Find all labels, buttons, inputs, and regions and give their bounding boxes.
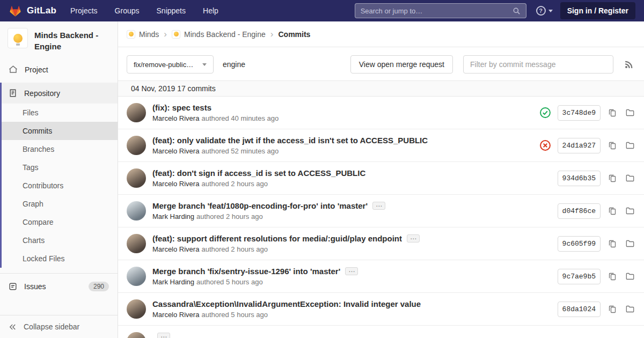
breadcrumb-project-link[interactable]: Minds Backend - Engine — [172, 30, 266, 39]
expand-commit-description-button[interactable] — [407, 234, 420, 243]
commit-sha[interactable]: 9c7ae9b5 — [558, 269, 601, 284]
author-avatar[interactable] — [127, 168, 146, 188]
author-avatar[interactable] — [127, 201, 146, 221]
copy-icon — [608, 207, 617, 215]
commit-sha[interactable]: 3c748de9 — [558, 105, 601, 121]
commit-author-link[interactable]: Mark Harding — [152, 212, 194, 221]
view-merge-request-button[interactable]: View open merge request — [350, 55, 453, 74]
commit-sha[interactable]: 9c605f99 — [558, 236, 601, 252]
commit-actions: 3c748de9 — [539, 105, 635, 121]
nav-groups[interactable]: Groups — [115, 6, 140, 15]
copy-sha-button[interactable] — [607, 205, 618, 216]
group-avatar — [127, 30, 135, 39]
author-avatar[interactable] — [127, 103, 146, 122]
browse-files-button[interactable] — [624, 205, 635, 216]
commit-title-link[interactable]: (fix): spec tests — [152, 103, 211, 112]
commit-title-link[interactable]: Merge branch 'feat/1080p-encoding-for-pr… — [152, 201, 368, 210]
project-avatar[interactable] — [8, 28, 28, 48]
top-navbar: GitLab Projects Groups Snippets Help Sig… — [0, 0, 644, 21]
pipeline-status-success-icon[interactable] — [539, 107, 551, 119]
commit-filter-input[interactable] — [463, 55, 613, 74]
pipeline-status-failed-icon[interactable] — [539, 139, 551, 151]
sidebar-section-issues: Issues 290 — [0, 273, 118, 297]
commit-sha[interactable]: 24d1a927 — [558, 138, 601, 153]
copy-sha-button[interactable] — [607, 271, 618, 282]
commit-title-link[interactable]: Cassandra\Exception\InvalidArgumentExcep… — [152, 299, 421, 308]
commit-title-link[interactable]: Merge branch 'fix/sentry-issue-1296' int… — [152, 267, 340, 276]
copy-icon — [608, 239, 617, 248]
copy-sha-button[interactable] — [607, 107, 618, 118]
commit-author-link[interactable]: Marcelo Rivera — [152, 245, 199, 253]
sidebar-item-branches[interactable]: Branches — [0, 140, 118, 158]
browse-files-button[interactable] — [624, 140, 635, 151]
gitlab-home-link[interactable]: GitLab — [9, 4, 56, 17]
nav-help[interactable]: Help — [203, 6, 218, 15]
copy-sha-button[interactable] — [607, 173, 618, 183]
lightbulb-icon — [13, 34, 23, 43]
commit-sha[interactable]: 934d6b35 — [558, 171, 601, 186]
folder-icon — [625, 239, 634, 248]
copy-sha-button[interactable] — [607, 304, 618, 314]
sidebar-item-project[interactable]: Project — [0, 60, 118, 79]
search-input[interactable] — [361, 7, 513, 15]
sidebar-item-repository[interactable]: Repository — [0, 83, 118, 104]
sidebar-item-locked-files[interactable]: Locked Files — [0, 249, 118, 268]
help-menu[interactable] — [536, 6, 553, 16]
copy-icon — [608, 272, 617, 281]
author-avatar[interactable] — [127, 234, 146, 253]
primary-nav: Projects Groups Snippets Help — [70, 6, 218, 15]
commit-meta: Marcelo Riveraauthored 2 hours ago — [152, 245, 551, 253]
expand-commit-description-button[interactable] — [345, 267, 358, 275]
project-header: Minds Backend - Engine — [0, 21, 118, 60]
commit-meta: Marcelo Riveraauthored 2 hours ago — [152, 180, 551, 188]
expand-commit-description-button[interactable] — [372, 202, 385, 210]
commit-info: Merge branch 'feat/1080p-encoding-for-pr… — [152, 201, 551, 221]
expand-commit-description-button[interactable] — [157, 333, 170, 338]
commit-author-link[interactable]: Marcelo Rivera — [152, 311, 199, 319]
sidebar-item-issues[interactable]: Issues 290 — [0, 276, 118, 297]
nav-snippets[interactable]: Snippets — [157, 6, 186, 15]
commit-author-link[interactable]: Marcelo Rivera — [152, 180, 199, 188]
collapse-sidebar-button[interactable]: Collapse sidebar — [0, 315, 118, 338]
commit-info — [152, 333, 554, 338]
commit-author-link[interactable]: Marcelo Rivera — [152, 114, 199, 122]
sidebar-item-files[interactable]: Files — [0, 104, 118, 122]
commit-authored-time: authored 52 minutes ago — [201, 147, 279, 155]
browse-files-button[interactable] — [624, 271, 635, 282]
global-search — [355, 3, 526, 18]
author-avatar[interactable] — [127, 299, 146, 319]
sidebar-item-label: Repository — [24, 89, 60, 98]
nav-projects[interactable]: Projects — [70, 6, 98, 15]
commit-row: (feat): don't sign if access_id is set t… — [118, 162, 644, 195]
author-avatar[interactable] — [127, 267, 146, 286]
commit-title-link[interactable]: (feat): don't sign if access_id is set t… — [152, 168, 365, 178]
commit-title-link[interactable]: (feat): support different resolutions fo… — [152, 234, 402, 243]
commit-authored-time: authored 40 minutes ago — [201, 114, 279, 122]
sidebar-item-contributors[interactable]: Contributors — [0, 177, 118, 195]
copy-icon — [608, 108, 617, 117]
sidebar-item-tags[interactable]: Tags — [0, 158, 118, 177]
commit-title-link[interactable]: (feat): only validate the jwt if the acc… — [152, 136, 428, 145]
browse-files-button[interactable] — [624, 304, 635, 314]
author-avatar[interactable] — [127, 332, 146, 338]
sign-in-button[interactable]: Sign in / Register — [560, 2, 635, 19]
copy-sha-button[interactable] — [607, 140, 618, 151]
commit-row: Merge branch 'fix/sentry-issue-1296' int… — [118, 260, 644, 293]
branch-selector[interactable]: fix/remove-public… — [127, 55, 214, 74]
breadcrumb-chevron-icon — [164, 30, 167, 39]
rss-feed-button[interactable] — [622, 58, 635, 71]
browse-files-button[interactable] — [624, 107, 635, 118]
sidebar-item-graph[interactable]: Graph — [0, 195, 118, 213]
commit-author-link[interactable]: Marcelo Rivera — [152, 147, 199, 155]
breadcrumb-group-link[interactable]: Minds — [127, 30, 159, 39]
author-avatar[interactable] — [127, 136, 146, 155]
browse-files-button[interactable] — [624, 173, 635, 183]
copy-sha-button[interactable] — [607, 238, 618, 249]
commit-sha[interactable]: 68da1024 — [558, 302, 601, 317]
sidebar-item-commits[interactable]: Commits — [0, 122, 118, 140]
commit-sha[interactable]: d04f86ce — [558, 203, 601, 219]
sidebar-item-compare[interactable]: Compare — [0, 213, 118, 231]
commit-author-link[interactable]: Mark Harding — [152, 278, 194, 286]
sidebar-item-charts[interactable]: Charts — [0, 231, 118, 249]
browse-files-button[interactable] — [624, 238, 635, 249]
